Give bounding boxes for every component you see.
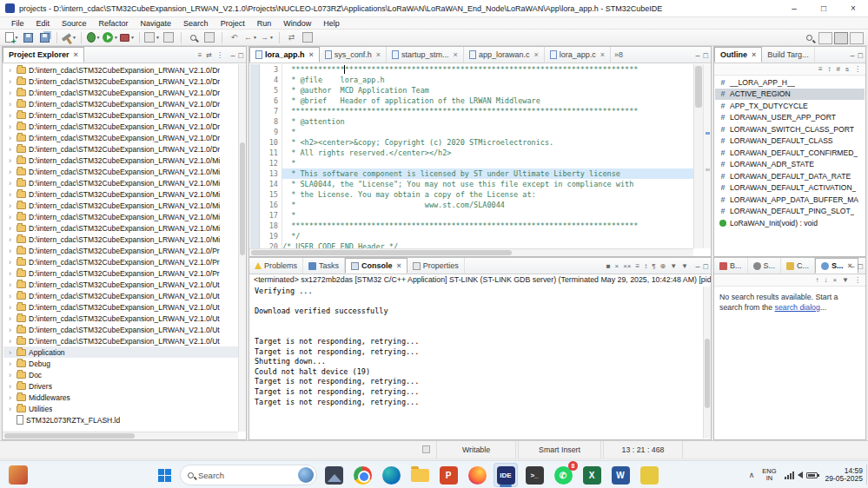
chevron-right-icon[interactable]: ›	[9, 179, 14, 188]
sort-icon[interactable]: ↕	[828, 65, 832, 73]
system-tray-icons[interactable]	[785, 472, 818, 479]
tab-outline[interactable]: Outline×	[714, 47, 762, 63]
chevron-right-icon[interactable]: ›	[9, 258, 14, 267]
scrollbar-thumb[interactable]	[4, 433, 135, 439]
editor-tab-startup-stm[interactable]: startup_stm...×	[387, 47, 464, 63]
debug-button[interactable]: ▼	[86, 30, 101, 45]
tray-chevron-up-icon[interactable]: ∧	[749, 471, 755, 479]
tree-item[interactable]: ›D:\intern_cdac\STM32CubeExpansion_LRWAN…	[3, 177, 238, 188]
outline-item[interactable]: #LORAWAN_DEFAULT_PING_SLOT_	[715, 206, 865, 218]
scrollbar-thumb[interactable]	[705, 339, 710, 408]
taskbar-app-word[interactable]: W	[608, 463, 633, 487]
maximize-view-icon[interactable]: □	[858, 51, 863, 60]
word-wrap-icon[interactable]: ¶	[652, 262, 655, 270]
menu-search[interactable]: Search	[177, 19, 215, 28]
taskbar-app-powerpoint[interactable]: P	[436, 463, 461, 487]
outline-item[interactable]: #APP_TX_DUTYCYCLE	[715, 100, 865, 112]
chevron-right-icon[interactable]: ›	[9, 89, 14, 97]
close-button[interactable]: ×	[838, 0, 868, 16]
maximize-view-icon[interactable]: □	[239, 51, 243, 60]
tree-item[interactable]: ›D:\intern_cdac\STM32CubeExpansion_LRWAN…	[3, 188, 238, 200]
close-tab-icon[interactable]: ×	[454, 50, 458, 59]
taskbar-app-notes[interactable]	[637, 463, 661, 487]
close-tab-icon[interactable]: ×	[309, 50, 314, 59]
tree-item[interactable]: ›D:\intern_cdac\STM32CubeExpansion_LRWAN…	[3, 64, 238, 76]
remove-launch-icon[interactable]: ×	[614, 262, 619, 270]
menu-refactor[interactable]: Refactor	[93, 19, 135, 28]
widgets-icon[interactable]	[9, 465, 28, 485]
pin-editor-button[interactable]	[301, 30, 315, 45]
explorer-vertical-scrollbar[interactable]	[238, 64, 246, 432]
tree-item[interactable]: ›D:\intern_cdac\STM32CubeExpansion_LRWAN…	[3, 234, 238, 245]
tree-item-application[interactable]: ›Application	[3, 346, 238, 358]
menu-project[interactable]: Project	[215, 19, 251, 28]
console-vertical-scrollbar[interactable]	[703, 287, 711, 439]
chevron-right-icon[interactable]: ›	[9, 337, 14, 346]
close-tab-icon[interactable]: ×	[600, 50, 605, 59]
tree-item[interactable]: ›D:\intern_cdac\STM32CubeExpansion_LRWAN…	[3, 109, 238, 121]
clock[interactable]: 14:59 29-05-2025	[825, 467, 863, 484]
outline-item[interactable]: #LORAWAN_DEFAULT_ACTIVATION_	[715, 182, 865, 195]
chevron-right-icon[interactable]: ›	[9, 145, 14, 154]
outline-item[interactable]: #LORAWAN_ADR_STATE	[715, 159, 865, 171]
editor-vertical-scrollbar[interactable]	[693, 64, 703, 248]
terminate-icon[interactable]: ■	[606, 262, 611, 270]
outline-item[interactable]: #LORAWAN_USER_APP_PORT	[715, 112, 865, 124]
tree-item[interactable]: ›D:\intern_cdac\STM32CubeExpansion_LRWAN…	[3, 211, 238, 222]
remove-all-launches-icon[interactable]: ××	[623, 262, 631, 270]
search-toolbar-button[interactable]	[186, 30, 201, 45]
chevron-right-icon[interactable]: ›	[9, 156, 14, 165]
debug-perspective-button[interactable]	[850, 32, 864, 44]
chevron-right-icon[interactable]: ›	[9, 201, 14, 210]
chevron-right-icon[interactable]: ›	[9, 77, 14, 86]
chevron-right-icon[interactable]: ›	[9, 213, 14, 221]
forward-button[interactable]: →▼	[260, 30, 275, 45]
outline-item[interactable]: #LORAWAN_DEFAULT_CONFIRMED_	[715, 147, 865, 159]
tab-problems[interactable]: Problems	[249, 258, 303, 274]
outline-item-function[interactable]: LoRaWAN_Init(void) : void	[715, 217, 865, 229]
chevron-right-icon[interactable]: ›	[9, 190, 14, 199]
chevron-right-icon[interactable]: ›	[9, 382, 14, 391]
tree-item[interactable]: ›D:\intern_cdac\STM32CubeExpansion_LRWAN…	[3, 301, 238, 313]
chevron-right-icon[interactable]: ›	[9, 393, 14, 402]
tab-static-stack-analyzer[interactable]: S...	[748, 258, 782, 274]
quick-access-button[interactable]	[802, 30, 817, 45]
tree-item[interactable]: ›D:\intern_cdac\STM32CubeExpansion_LRWAN…	[3, 279, 238, 290]
save-button[interactable]	[21, 30, 36, 45]
outline-item[interactable]: #LORAWAN_DEFAULT_CLASS	[715, 135, 865, 148]
open-console-icon[interactable]: ▼	[681, 262, 688, 270]
display-console-icon[interactable]: ▼	[670, 262, 677, 270]
chevron-right-icon[interactable]: ›	[9, 359, 14, 368]
back-button[interactable]: ←▼	[243, 30, 258, 45]
close-tab-icon[interactable]: ×	[74, 50, 78, 59]
tree-item-debug[interactable]: ›Debug	[3, 358, 238, 369]
collapse-all-icon[interactable]: ≡	[818, 65, 823, 73]
previous-match-icon[interactable]: ↑	[815, 276, 818, 284]
tree-item[interactable]: ›D:\intern_cdac\STM32CubeExpansion_LRWAN…	[3, 313, 238, 324]
search-dialog-link[interactable]: search dialog	[775, 303, 820, 312]
tab-cyclomatic[interactable]: C...	[781, 258, 815, 274]
tab-console[interactable]: Console×	[345, 258, 407, 274]
chevron-right-icon[interactable]: ›	[9, 111, 14, 120]
menu-file[interactable]: File	[5, 19, 30, 28]
remove-match-icon[interactable]: ×	[832, 276, 837, 284]
taskbar-search-box[interactable]: Search	[180, 465, 317, 485]
language-indicator[interactable]: ENG IN	[762, 468, 776, 482]
outline-item[interactable]: #LORAWAN_DEFAULT_DATA_RATE	[715, 170, 865, 182]
chevron-right-icon[interactable]: ›	[9, 269, 14, 278]
link-with-editor-icon[interactable]: ⇄	[206, 51, 212, 59]
menu-edit[interactable]: Edit	[30, 19, 56, 28]
tree-item[interactable]: ›D:\intern_cdac\STM32CubeExpansion_LRWAN…	[3, 335, 238, 346]
view-menu-icon[interactable]: ⋮	[854, 276, 861, 284]
chevron-right-icon[interactable]: ›	[9, 134, 14, 142]
tree-item[interactable]: ›D:\intern_cdac\STM32CubeExpansion_LRWAN…	[3, 200, 238, 211]
tree-item[interactable]: ›D:\intern_cdac\STM32CubeExpansion_LRWAN…	[3, 98, 238, 109]
clear-console-icon[interactable]: ≡	[635, 262, 639, 270]
close-tab-icon[interactable]: ×	[376, 50, 381, 59]
toggle-mark-button[interactable]	[202, 30, 217, 45]
link-editor-button[interactable]: ⇄	[284, 30, 299, 45]
editor-tab-lora-app-c[interactable]: lora_app.c×	[545, 47, 611, 63]
tree-item[interactable]: ›D:\intern_cdac\STM32CubeExpansion_LRWAN…	[3, 245, 238, 256]
maximize-view-icon[interactable]: □	[704, 262, 708, 271]
next-match-icon[interactable]: ↓	[824, 276, 827, 284]
